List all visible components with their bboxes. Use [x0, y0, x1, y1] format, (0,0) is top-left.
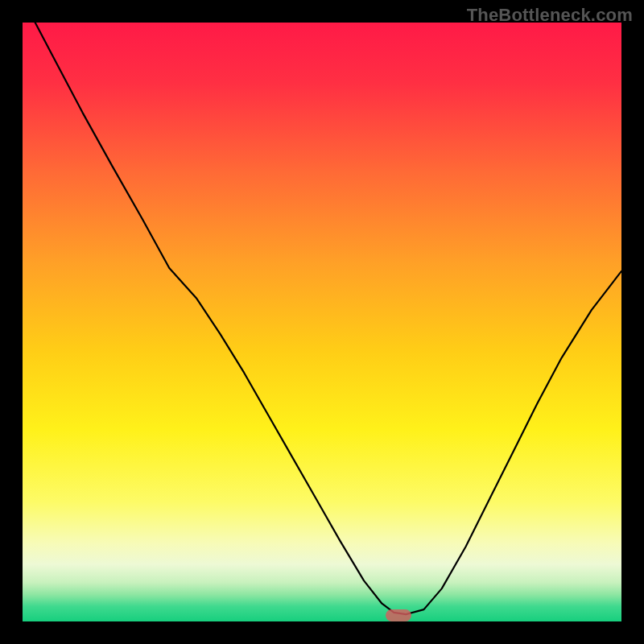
bottleneck-curve	[23, 23, 621, 621]
optimum-marker	[386, 609, 411, 621]
chart-frame: TheBottleneck.com	[0, 0, 644, 644]
plot-area	[23, 23, 621, 621]
